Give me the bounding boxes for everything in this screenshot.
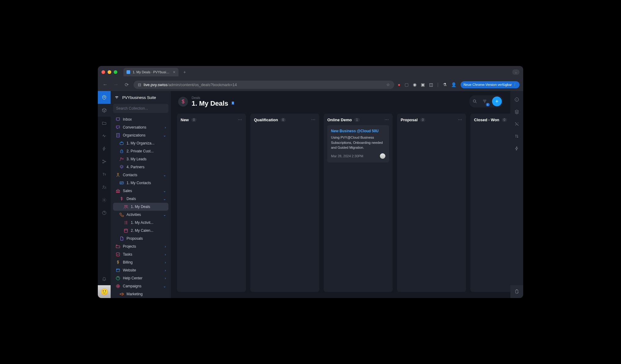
sidebar-item-label: Marketing <box>127 292 166 296</box>
column-body[interactable] <box>401 125 462 288</box>
sidebar-item-help-center[interactable]: Help Center› <box>113 274 168 282</box>
sidebar-item-activities[interactable]: Activities⌄ <box>113 211 168 219</box>
extension-icon[interactable]: ◉ <box>413 82 417 87</box>
column-body[interactable] <box>181 125 242 288</box>
info-icon[interactable] <box>510 94 523 105</box>
kanban-column: Online Demo1⋯New Business @Cloud 50UUsin… <box>324 114 393 292</box>
wifi-icon <box>114 95 119 100</box>
chevron-icon: › <box>165 276 166 280</box>
search-placeholder: Search Collection... <box>116 106 148 111</box>
sidebar-item-1-my-organiza-[interactable]: 1. My Organiza... <box>113 139 168 147</box>
sidebar-item-contacts[interactable]: Contacts⌄ <box>113 171 168 179</box>
notifications-icon[interactable] <box>98 272 111 285</box>
user-avatar[interactable]: 🙂 <box>98 285 111 298</box>
forward-button[interactable]: → <box>112 81 120 89</box>
column-body[interactable] <box>254 125 316 288</box>
column-count-badge: 0 <box>420 118 426 122</box>
sidebar-item-1-my-activit-[interactable]: 1. My Activit... <box>113 219 168 227</box>
new-tab-button[interactable]: + <box>181 68 188 76</box>
bookmark-star-icon[interactable]: ☆ <box>386 82 390 87</box>
briefcase-icon <box>119 141 124 146</box>
sidebar-item-2-private-cust-[interactable]: 2. Private Cust... <box>113 147 168 155</box>
sidebar-item-deals[interactable]: Deals⌄ <box>113 195 168 203</box>
sidebar-item-campaigns[interactable]: Campaigns⌄ <box>113 282 168 290</box>
rail-help-icon[interactable] <box>98 206 111 219</box>
column-menu-button[interactable]: ⋯ <box>238 117 242 122</box>
address-bar[interactable]: ⊟ live.pvy.swiss/admin/content/os_deals?… <box>134 81 394 89</box>
bolt-icon[interactable] <box>510 143 523 154</box>
browser-tab[interactable]: 1. My Deals · PVYbusiness S... × <box>123 68 178 76</box>
bookmark-icon[interactable] <box>231 101 235 106</box>
maximize-window-icon[interactable] <box>114 70 117 74</box>
column-body[interactable] <box>474 125 510 288</box>
search-button[interactable] <box>471 97 479 106</box>
minimize-window-icon[interactable] <box>108 70 111 74</box>
sidebar-item-billing[interactable]: Billing› <box>113 258 168 266</box>
rail-text-icon[interactable] <box>98 168 111 181</box>
add-button[interactable]: + <box>492 96 502 106</box>
filter-button[interactable]: 1 <box>480 97 489 106</box>
back-button[interactable]: ← <box>101 81 109 89</box>
extension-icon[interactable]: ▣ <box>421 82 425 87</box>
sidebar-item-projects[interactable]: Projects› <box>113 242 168 250</box>
site-info-icon[interactable]: ⊟ <box>138 82 141 87</box>
sort-icon[interactable] <box>510 131 523 142</box>
rail-folder-icon[interactable] <box>98 117 111 129</box>
sidebar-item-3-my-leads[interactable]: 3. My Leads <box>113 155 168 163</box>
column-menu-button[interactable]: ⋯ <box>384 117 389 122</box>
column-menu-button[interactable]: ⋯ <box>458 117 462 122</box>
traffic-lights <box>101 70 117 74</box>
page-header: $ Deals 1. My Deals 1 + <box>171 91 510 111</box>
sidebar-item-1-my-deals[interactable]: 1. My Deals <box>113 203 168 211</box>
assignee-avatar[interactable] <box>380 153 385 159</box>
svg-point-13 <box>121 182 122 183</box>
svg-point-10 <box>120 158 122 159</box>
svg-point-11 <box>117 173 119 175</box>
kanban-board: New0⋯Qualification0⋯Online Demo1⋯New Bus… <box>171 111 510 298</box>
app-logo[interactable] <box>98 91 111 104</box>
sidebar-item-inbox[interactable]: Inbox <box>113 115 168 123</box>
sidebar-item-tasks[interactable]: Tasks› <box>113 250 168 258</box>
card-description: Using PVY@Cloud Business Subscriptions, … <box>331 135 385 150</box>
sidebar-item-proposals[interactable]: Proposals <box>113 235 168 242</box>
shuffle-off-icon[interactable] <box>510 118 523 129</box>
labs-icon[interactable]: ⚗ <box>443 82 447 87</box>
svg-rect-12 <box>120 182 123 184</box>
profile-icon[interactable]: 👤 <box>451 82 456 87</box>
rail-flow-icon[interactable] <box>98 155 111 168</box>
sidebar-item-sales[interactable]: Sales⌄ <box>113 187 168 195</box>
column-body[interactable]: New Business @Cloud 50UUsing PVY@Cloud B… <box>327 125 389 288</box>
layers-icon[interactable] <box>510 106 523 117</box>
workspace-header[interactable]: PVYbusiness Suite <box>111 91 171 104</box>
sidebar-tree: InboxConversations›Organizations⌄1. My O… <box>111 115 171 298</box>
sidebar-item-organizations[interactable]: Organizations⌄ <box>113 131 168 139</box>
sidebar-item-conversations[interactable]: Conversations› <box>113 123 168 131</box>
column-header: Proposal0⋯ <box>401 117 462 122</box>
svg-point-22 <box>117 285 119 287</box>
close-window-icon[interactable] <box>101 70 105 74</box>
column-menu-button[interactable]: ⋯ <box>311 117 316 122</box>
rail-users-icon[interactable] <box>98 181 111 194</box>
sidebar-item-2-my-calen-[interactable]: 2. My Calen... <box>113 227 168 235</box>
rail-activity-icon[interactable] <box>98 129 111 142</box>
sidebar-item-marketing[interactable]: Marketing <box>113 290 168 298</box>
sidebar-item-4-partners[interactable]: 4. Partners <box>113 163 168 171</box>
extension-icon[interactable]: ▢ <box>405 82 409 87</box>
search-input[interactable]: Search Collection... <box>113 104 168 113</box>
sidebar-item-1-my-contacts[interactable]: 1. My Contacts <box>113 179 168 187</box>
lock-icon <box>119 149 124 154</box>
sidebar-item-website[interactable]: Website› <box>113 266 168 274</box>
extension-icon[interactable]: ● <box>398 82 400 87</box>
tab-list-button[interactable]: ⌄ <box>512 69 520 75</box>
chrome-update-button[interactable]: Neue Chrome-Version verfügbar ⋮ <box>461 81 520 88</box>
breadcrumb[interactable]: Deals <box>192 96 235 100</box>
tab-close-icon[interactable]: × <box>173 70 175 75</box>
deal-card[interactable]: New Business @Cloud 50UUsing PVY@Cloud B… <box>327 125 389 162</box>
svg-rect-9 <box>120 151 123 153</box>
rail-cube-icon[interactable] <box>98 104 111 117</box>
clipboard-icon[interactable] <box>510 285 523 298</box>
rail-settings-icon[interactable] <box>98 194 111 206</box>
extension-icon[interactable]: ◫ <box>429 82 433 87</box>
reload-button[interactable]: ⟳ <box>123 81 130 89</box>
rail-bolt-icon[interactable] <box>98 142 111 155</box>
